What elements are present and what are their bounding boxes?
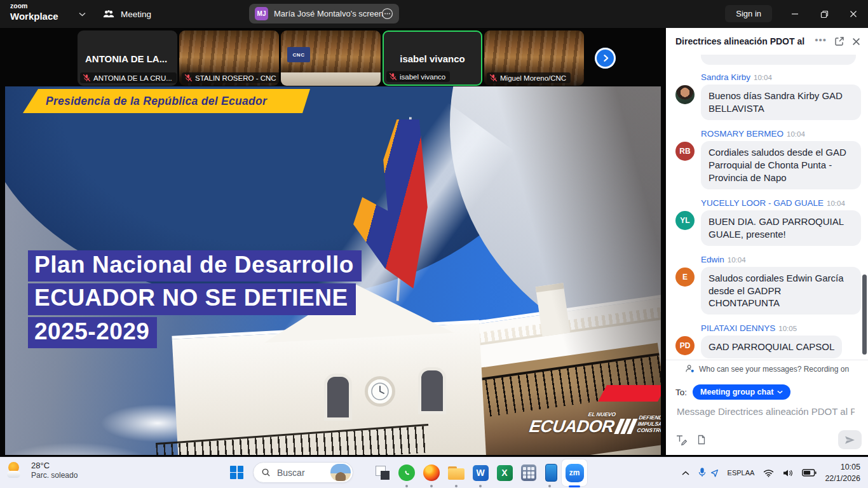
- system-tray: ESP LAA 10:05 22/1/2026: [677, 458, 868, 488]
- message-time: 10:04: [728, 256, 746, 264]
- tray-chevron-up-icon[interactable]: [677, 460, 694, 485]
- search-input[interactable]: [276, 467, 323, 478]
- meeting-stage: ANTONIA DE LA... ANTONIA DE LA CRU... ST…: [0, 28, 666, 455]
- running-indicator: [479, 485, 482, 487]
- phone-link-button[interactable]: [541, 463, 561, 482]
- attach-file-icon[interactable]: [697, 435, 706, 445]
- message-time: 10:04: [787, 130, 805, 138]
- weather-icon: [6, 461, 25, 480]
- chat-message: PILATAXI DENNYS10:05 PD GAD PARROQUIAL C…: [675, 322, 862, 358]
- restore-icon: [820, 10, 829, 18]
- minimize-button[interactable]: [780, 0, 810, 28]
- shared-screen-title: María José Montalvo's screen: [274, 9, 376, 18]
- zoom-app-icon: zm: [566, 464, 584, 482]
- message-bubble: Cordiales saludos desde el GAD Parroquia…: [701, 141, 861, 189]
- logo-line: CONSTRUYE: [637, 427, 661, 433]
- weather-widget[interactable]: 28°C Parc. soleado: [6, 461, 78, 480]
- message-bubble: BUEN DIA. GAD PARROQUIAL GUALE, presente…: [701, 210, 861, 246]
- participant-label: STALIN ROSERO - CNC: [195, 74, 276, 82]
- participant-tile-isabel-active-speaker[interactable]: isabel vivanco isabel vivanco: [383, 30, 482, 86]
- message-time: 10:04: [827, 200, 845, 207]
- chat-close-icon[interactable]: [852, 37, 860, 46]
- recipient-selector[interactable]: Meeting group chat: [693, 384, 790, 400]
- zoom-app-button-active[interactable]: zm: [562, 459, 587, 486]
- firefox-button[interactable]: [421, 463, 442, 482]
- message-time: 10:05: [778, 325, 797, 332]
- task-view-button[interactable]: [372, 463, 393, 482]
- chevron-down-icon: [777, 390, 783, 394]
- message-bubble: GAD PARROQUIAL CAPSOL: [701, 336, 842, 358]
- message-sender: YUCELLY LOOR - GAD GUALE: [701, 198, 824, 208]
- mic-muted-icon: [286, 74, 294, 82]
- start-button[interactable]: [230, 466, 243, 479]
- whatsapp-button[interactable]: [397, 463, 417, 482]
- participant-tile-miguel[interactable]: Miguel Moreno/CNC: [484, 30, 584, 86]
- chat-message: Sandra Kirby10:04 Buenos días Sandra Kir…: [675, 71, 862, 120]
- calculator-icon: [521, 464, 536, 481]
- cnc-wall-sign: CNC: [287, 47, 310, 62]
- participant-tile-edison[interactable]: CNC Edison Yánez / CNC: [281, 30, 381, 86]
- weather-temp: 28°C: [31, 461, 78, 471]
- volume-icon[interactable]: [778, 460, 797, 485]
- weather-desc: Parc. soleado: [31, 471, 78, 480]
- brand-zoom: zoom: [10, 3, 58, 10]
- sign-in-button[interactable]: Sign in: [725, 5, 772, 22]
- taskbar-clock[interactable]: 10:05 22/1/2026: [821, 461, 868, 484]
- participant-name-pill: ANTONIA DE LA CRU...: [80, 72, 177, 83]
- search-highlights-image[interactable]: [330, 464, 351, 481]
- participant-display-name: ANTONIA DE LA...: [85, 53, 167, 64]
- message-time: 10:04: [754, 74, 772, 81]
- word-button[interactable]: W: [470, 463, 491, 482]
- more-options-icon[interactable]: [381, 8, 393, 20]
- chat-title: Directrices alineación PDOT al P...: [675, 36, 807, 46]
- red-accent-band: [598, 385, 661, 402]
- mic-muted-icon: [489, 74, 498, 82]
- chevron-down-icon[interactable]: [79, 12, 86, 17]
- taskbar-search[interactable]: [253, 462, 353, 483]
- slide-title-line-2: ECUADOR NO SE DETIENE: [28, 283, 356, 315]
- pop-out-icon[interactable]: [834, 36, 844, 46]
- send-button[interactable]: [838, 430, 862, 449]
- tab-meeting[interactable]: Meeting: [103, 0, 151, 28]
- word-icon: W: [473, 465, 489, 481]
- running-indicator: [430, 485, 433, 487]
- chat-message-input[interactable]: [675, 405, 856, 417]
- excel-button[interactable]: X: [494, 463, 515, 482]
- slide-title: Plan Nacional de Desarrollo ECUADOR NO S…: [28, 250, 362, 350]
- participant-label: ANTONIA DE LA CRU...: [93, 74, 172, 82]
- language-top: ESP: [728, 468, 742, 477]
- participant-tile-antonia[interactable]: ANTONIA DE LA... ANTONIA DE LA CRU...: [78, 30, 177, 86]
- tray-location-icon[interactable]: [710, 460, 723, 485]
- participant-name-pill: isabel vivanco: [386, 71, 450, 82]
- chat-scrollbar-thumb[interactable]: [862, 274, 867, 355]
- restore-button[interactable]: [810, 0, 839, 28]
- language-indicator[interactable]: ESP LAA: [723, 460, 759, 485]
- zoom-titlebar: zoom Workplace Meeting MJ María José Mon…: [0, 0, 868, 28]
- mic-muted-icon: [184, 74, 193, 82]
- participant-name-pill: Miguel Moreno/CNC: [487, 72, 571, 83]
- partial-message-bubble: [701, 55, 856, 65]
- people-icon: [103, 10, 115, 18]
- avatar: MJ: [255, 7, 268, 20]
- participant-tile-stalin[interactable]: STALIN ROSERO - CNC: [179, 30, 279, 86]
- format-text-icon[interactable]: [675, 434, 687, 445]
- next-participants-button[interactable]: [595, 48, 616, 69]
- tab-shared-screen[interactable]: MJ María José Montalvo's screen: [249, 4, 399, 24]
- chat-message-list[interactable]: Sandra Kirby10:04 Buenos días Sandra Kir…: [666, 55, 868, 360]
- battery-icon[interactable]: [797, 460, 821, 485]
- privacy-note: Who can see your messages? Recording on: [666, 360, 868, 377]
- search-icon: [261, 468, 271, 477]
- participant-label: Miguel Moreno/CNC: [500, 74, 566, 82]
- avatar: PD: [675, 336, 695, 355]
- file-explorer-button[interactable]: [446, 463, 466, 482]
- wifi-icon[interactable]: [759, 460, 778, 485]
- tray-time: 10:05: [825, 461, 860, 473]
- logo-line: DEFIENDE: [639, 414, 661, 421]
- avatar: YL: [675, 211, 695, 230]
- calculator-button[interactable]: [519, 463, 539, 482]
- excel-icon: X: [497, 465, 513, 481]
- close-button[interactable]: [839, 0, 868, 28]
- presidencia-ribbon: Presidencia de la República del Ecuador: [23, 89, 310, 113]
- tray-mic-icon[interactable]: [694, 460, 710, 485]
- shared-screen-slide: EL NUEVO ECUADOR DEFIENDE IMPULSA CONSTR…: [5, 86, 661, 455]
